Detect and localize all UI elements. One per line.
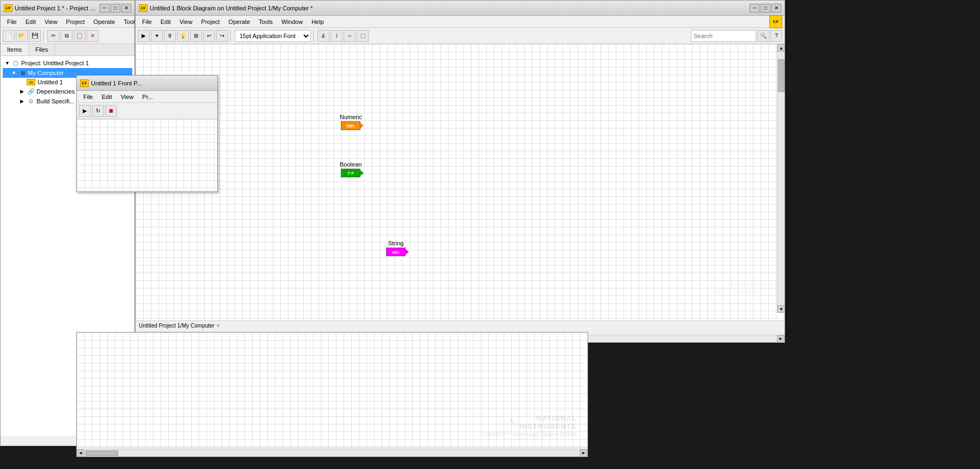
bd-menu-file[interactable]: File	[138, 17, 156, 26]
distribute-btn[interactable]: ⁞	[330, 30, 342, 42]
lv-icon: LV	[4, 4, 13, 12]
reorder-btn[interactable]: ⬚	[357, 30, 369, 42]
run-arrow-btn[interactable]: ▶	[138, 30, 150, 42]
tree-arrow-deps: ▶	[20, 89, 27, 94]
bottom-ni-watermark: 🔧 NATIONAL INSTRUMENTS LabVIEW™ Home and…	[483, 414, 577, 437]
my-computer-label: My Computer	[28, 70, 64, 76]
menu-edit[interactable]: Edit	[21, 17, 40, 26]
front-panel-window: LV Untitled 1 Front P... File Edit View …	[76, 75, 218, 192]
maximize-button[interactable]: □	[111, 4, 120, 13]
boolean-arrow	[360, 170, 364, 176]
paste-btn[interactable]: 📋	[74, 30, 85, 42]
string-arrow	[406, 249, 409, 255]
bd-minimize-btn[interactable]: ─	[750, 4, 759, 13]
fp-run-cont-btn[interactable]: ↻	[92, 105, 104, 117]
tree-root[interactable]: ▼ ⬡ Project: Untitled Project 1	[3, 58, 132, 68]
bottom-ni-line2: INSTRUMENTS	[519, 422, 577, 430]
search-input[interactable]	[691, 30, 756, 42]
fp-menu-edit[interactable]: Edit	[97, 92, 117, 101]
build-icon: ⚙	[27, 97, 35, 105]
save-btn[interactable]: 💾	[29, 30, 41, 42]
menu-file[interactable]: File	[3, 17, 21, 26]
fp-canvas[interactable]	[77, 119, 217, 190]
bottom-vi-panel: 🔧 NATIONAL INSTRUMENTS LabVIEW™ Home and…	[76, 332, 588, 457]
bottom-scrolltrack	[84, 450, 580, 456]
titlebar-buttons: ─ □ ✕	[100, 4, 131, 13]
vertical-scrollbar[interactable]: ▲ ▼	[777, 44, 785, 313]
run-highlight-btn[interactable]: ✦	[151, 30, 163, 42]
boolean-block[interactable]: Boolean T F	[340, 161, 362, 177]
bd-titlebar-buttons: ─ □ ✕	[750, 4, 781, 13]
bottom-ni-line1: NATIONAL	[519, 414, 577, 422]
search-btn[interactable]: 🔍	[757, 30, 769, 42]
close-button[interactable]: ✕	[121, 4, 131, 13]
string-terminal[interactable]: abc	[386, 248, 406, 256]
scroll-up-btn[interactable]: ▲	[777, 44, 785, 52]
bottom-scroll-left[interactable]: ◄	[77, 449, 84, 457]
open-btn[interactable]: 📂	[16, 30, 28, 42]
ni-line3: LabVIEW™ Home and Student Edition	[680, 298, 774, 304]
font-selector[interactable]: 15pt Application Font	[235, 30, 311, 42]
scroll-thumb-v[interactable]	[778, 59, 785, 92]
fp-menu-file[interactable]: File	[79, 92, 97, 101]
minimize-button[interactable]: ─	[100, 4, 109, 13]
block-diagram-titlebar: LV Untitled 1 Block Diagram on Untitled …	[136, 1, 785, 16]
bd-maximize-btn[interactable]: □	[761, 4, 770, 13]
bottom-scroll-right[interactable]: ►	[580, 449, 587, 457]
fp-lv-icon: LV	[80, 79, 89, 87]
block-diagram-canvas[interactable]: Numeric DBL Boolean T F	[136, 44, 785, 320]
bd-lv-icon: LV	[139, 4, 148, 12]
bd-menu-tools[interactable]: Tools	[254, 17, 277, 26]
fp-canvas-grid	[77, 119, 217, 190]
run-step-into-btn[interactable]: ⏸	[164, 30, 176, 42]
cut-btn[interactable]: ✂	[47, 30, 59, 42]
bd-menu-view[interactable]: View	[175, 17, 197, 26]
boolean-label: Boolean	[340, 161, 362, 168]
toolbar-separator-1	[43, 30, 45, 42]
ni-watermark: 🔧 NATIONAL INSTRUMENTS LabVIEW™ Home and…	[680, 279, 774, 304]
copy-btn[interactable]: ⧉	[60, 30, 72, 42]
bd-close-btn[interactable]: ✕	[771, 4, 781, 13]
menu-operate[interactable]: Operate	[89, 17, 120, 26]
tab-items[interactable]: Items	[1, 44, 29, 55]
boolean-terminal[interactable]: T F	[341, 169, 360, 177]
ni-line1: NATIONAL	[713, 279, 774, 287]
string-block[interactable]: String abc	[386, 240, 406, 256]
computer-icon: 🖥	[18, 69, 27, 77]
fp-menu-view[interactable]: View	[117, 92, 138, 101]
tab-files[interactable]: Files	[29, 44, 55, 55]
bottom-canvas[interactable]: 🔧 NATIONAL INSTRUMENTS LabVIEW™ Home and…	[77, 332, 587, 456]
numeric-terminal-text: DBL	[346, 124, 355, 128]
run-fwd-btn[interactable]: ↪	[216, 30, 228, 42]
numeric-label: Numeric	[340, 114, 362, 120]
bottom-scrollbar-h[interactable]: ◄ ►	[77, 449, 587, 456]
bottom-statusbar: Untitled Project 1/My Computer < ◄ ►	[77, 447, 587, 456]
fp-run-btn[interactable]: ▶	[79, 105, 91, 117]
bd-menu-operate[interactable]: Operate	[224, 17, 255, 26]
bd-menu-window[interactable]: Window	[277, 17, 307, 26]
help-btn[interactable]: ?	[770, 30, 782, 42]
resize-btn[interactable]: ↔	[344, 30, 356, 42]
root-label: Project: Untitled Project 1	[21, 60, 89, 66]
block-diagram-toolbar: ▶ ✦ ⏸ 💡 ⊞ ↩ ↪ 15pt Application Font ⫝̸ ⁞…	[136, 28, 785, 44]
run-fp-btn[interactable]: ⊞	[190, 30, 202, 42]
scroll-down-btn[interactable]: ▼	[777, 305, 785, 313]
numeric-terminal[interactable]: DBL	[341, 121, 360, 130]
bd-menu-edit[interactable]: Edit	[156, 17, 175, 26]
align-btn[interactable]: ⫝̸	[317, 30, 329, 42]
explorer-tabs: Items Files	[1, 44, 134, 56]
run-light-btn[interactable]: 💡	[177, 30, 189, 42]
bd-menu-help[interactable]: Help	[307, 17, 328, 26]
bottom-ni-line3: LabVIEW™ Home and Student Edition	[483, 431, 577, 437]
bd-menu-project[interactable]: Project	[197, 17, 224, 26]
delete-btn[interactable]: ✕	[87, 30, 99, 42]
run-ctxt-btn[interactable]: ↩	[203, 30, 215, 42]
fp-abort-btn[interactable]: ⏹	[105, 105, 117, 117]
fp-toolbar: ▶ ↻ ⏹	[77, 103, 217, 119]
menu-project[interactable]: Project	[62, 17, 89, 26]
bottom-scrollthumb[interactable]	[85, 451, 118, 456]
menu-view[interactable]: View	[40, 17, 62, 26]
fp-menu-pr[interactable]: Pr...	[138, 92, 157, 101]
numeric-block[interactable]: Numeric DBL	[340, 114, 362, 130]
new-btn[interactable]: 📄	[3, 30, 15, 42]
